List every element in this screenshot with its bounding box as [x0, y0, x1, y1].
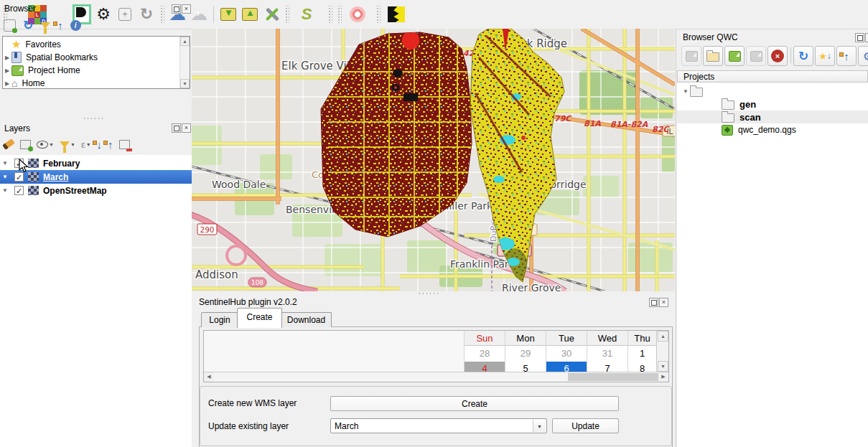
- qwc-collapse-button[interactable]: ↑: [836, 46, 857, 66]
- calendar-vscrollbar[interactable]: ▲ ▼: [656, 331, 668, 372]
- home-label: Home: [22, 78, 45, 88]
- collapse-all-icon[interactable]: ↑: [108, 138, 113, 151]
- scroll-down-icon[interactable]: ▼: [658, 361, 668, 372]
- qwc-save-button: [746, 46, 766, 66]
- layer-row-march[interactable]: ▼ ✓ March: [0, 170, 192, 184]
- calendar-day-cell[interactable]: 29: [505, 346, 546, 362]
- tree-item-favorites[interactable]: ★ Favorites: [3, 38, 190, 51]
- browser-float-button[interactable]: [172, 4, 181, 14]
- raster-layer-icon: [28, 159, 39, 168]
- browser-collapse-icon[interactable]: ↑: [57, 19, 63, 32]
- tree-item-spatial-bookmarks[interactable]: ▶ Spatial Bookmarks: [3, 51, 190, 64]
- calendar-day-cell[interactable]: 30: [546, 346, 587, 362]
- calendar-day-cell[interactable]: 28: [464, 346, 505, 362]
- scroll-up-icon[interactable]: ▲: [658, 331, 668, 342]
- tab-login[interactable]: Login: [201, 312, 238, 327]
- qwc-settings-button[interactable]: ⚙: [858, 46, 868, 66]
- browser-refresh-icon[interactable]: ↻: [23, 18, 33, 33]
- splitter-handle[interactable]: [83, 117, 104, 120]
- layers-float-button[interactable]: [172, 123, 181, 133]
- qwc-panel-title: Browser QWC: [683, 32, 738, 42]
- calendar-day-cell[interactable]: 31: [587, 346, 627, 362]
- qwc-item-scan[interactable]: scan: [677, 110, 868, 123]
- wood-dale-label: Wood Dale: [212, 179, 266, 190]
- browser-add-selection-icon[interactable]: [4, 19, 16, 32]
- openstreetmap-checkbox[interactable]: ✓: [14, 186, 24, 195]
- toolbar-drag-handle-3[interactable]: [284, 6, 289, 23]
- qwc-close-button[interactable]: ×: [865, 33, 868, 42]
- sentinelhub-close-button[interactable]: ×: [659, 298, 668, 307]
- splitter-handle[interactable]: [418, 292, 439, 295]
- remove-layer-icon[interactable]: [119, 140, 130, 149]
- sentinelhub-panel-title: SentinelHub plugin v2.0.2: [199, 297, 297, 307]
- qwc-float-button[interactable]: [855, 33, 864, 42]
- browser-tree-scrollbar[interactable]: ▲ ▼: [179, 37, 190, 88]
- layers-tree: ▼ ✓ February ▼ ✓ March ▼ ✓ OpenStreetMap: [0, 155, 192, 447]
- add-group-icon[interactable]: [20, 140, 31, 149]
- package-export-icon[interactable]: ▲: [241, 5, 259, 24]
- toolbar-drag-handle-4[interactable]: [327, 6, 332, 23]
- calendar-day-cell-sunday-selected[interactable]: 4: [464, 362, 505, 372]
- calendar-day-cell[interactable]: 5: [505, 362, 546, 372]
- update-layer-combo[interactable]: March ▼: [330, 418, 547, 433]
- qwc-delete-button[interactable]: ×: [767, 46, 788, 66]
- red-target-plugin-icon[interactable]: [348, 5, 367, 24]
- hscroll-thumb[interactable]: [568, 373, 658, 381]
- layer-row-openstreetmap[interactable]: ▼ ✓ OpenStreetMap: [0, 184, 192, 197]
- collapse-arrow-icon[interactable]: ▼: [0, 187, 10, 194]
- toolbar-drag-handle-5[interactable]: [337, 6, 342, 23]
- raster-layer-icon: [28, 186, 39, 195]
- layer-styling-brush-icon[interactable]: [2, 138, 15, 150]
- scroll-right-icon[interactable]: ▶: [658, 372, 668, 382]
- map-canvas[interactable]: Elk Grove Village Park Ridge Cook Wood D…: [192, 29, 675, 291]
- qwc-new-project-button[interactable]: [724, 46, 745, 66]
- expand-arrow-icon[interactable]: ▶: [3, 67, 11, 74]
- sentinelhub-float-button[interactable]: [649, 298, 658, 307]
- qwc-tree-header: Projects: [677, 70, 868, 83]
- tree-item-home[interactable]: ▶⌂ Home: [3, 77, 190, 89]
- create-button[interactable]: Create: [330, 396, 619, 411]
- scroll-up-icon[interactable]: ▲: [180, 37, 190, 46]
- qwc-new-folder-button[interactable]: [703, 46, 723, 66]
- filter-expression-icon[interactable]: ε▼: [81, 139, 91, 150]
- browser-close-button[interactable]: ×: [182, 4, 191, 14]
- expand-arrow-icon[interactable]: ▶: [3, 80, 11, 87]
- toolbar-drag-handle-6[interactable]: [375, 6, 381, 23]
- layers-close-button[interactable]: ×: [182, 123, 191, 133]
- tab-download[interactable]: Download: [281, 312, 332, 327]
- layer-row-february[interactable]: ▼ ✓ February: [0, 156, 192, 170]
- calendar-day-cell[interactable]: 1: [627, 346, 656, 362]
- expand-all-icon[interactable]: ↓: [97, 138, 103, 151]
- march-checkbox[interactable]: ✓: [14, 172, 24, 182]
- qwc-refresh-button[interactable]: ↻: [793, 46, 813, 66]
- qwc-flag-plugin-icon[interactable]: [387, 5, 406, 24]
- qwc-add-favorite-button[interactable]: ★↓: [815, 46, 835, 66]
- scroll-down-icon[interactable]: ▼: [180, 79, 190, 88]
- qwc-demo-label: qwc_demo.qgs: [738, 125, 796, 135]
- collapse-arrow-icon[interactable]: ▼: [0, 174, 10, 180]
- qwc-item-gen[interactable]: gen: [677, 98, 868, 110]
- manage-visibility-icon[interactable]: ▼: [37, 141, 54, 149]
- calendar-hscrollbar[interactable]: ◀ ▶: [204, 372, 668, 382]
- home-icon: ⌂: [11, 77, 17, 89]
- chevron-down-icon[interactable]: ▼: [533, 420, 546, 432]
- collapse-arrow-icon[interactable]: ▼: [681, 88, 690, 95]
- calendar-day-cell[interactable]: 7: [587, 362, 627, 372]
- calendar-day-cell[interactable]: 8: [627, 362, 656, 372]
- calendar-day-cell-selected[interactable]: 6: [546, 362, 587, 372]
- expand-arrow-icon[interactable]: ▶: [3, 55, 11, 61]
- qwc-item-qwc-demo[interactable]: qwc_demo.qgs: [677, 123, 868, 136]
- package-import-icon[interactable]: ▼: [219, 5, 238, 24]
- processing-tools-icon[interactable]: [262, 5, 281, 24]
- tab-create[interactable]: Create: [237, 308, 282, 328]
- create-wms-label: Create new WMS layer: [208, 398, 297, 408]
- sentinelhub-plugin-icon[interactable]: S: [297, 5, 316, 24]
- collapse-arrow-icon[interactable]: ▼: [0, 160, 10, 166]
- browser-filter-icon[interactable]: [40, 22, 50, 29]
- browser-info-icon[interactable]: i: [70, 20, 81, 31]
- scroll-left-icon[interactable]: ◀: [204, 372, 214, 382]
- update-button[interactable]: Update: [552, 418, 619, 433]
- qwc-root-folder[interactable]: ▼: [677, 85, 868, 98]
- tree-item-project-home[interactable]: ▶ Project Home: [3, 64, 190, 77]
- filter-legend-icon[interactable]: ▼: [60, 141, 75, 148]
